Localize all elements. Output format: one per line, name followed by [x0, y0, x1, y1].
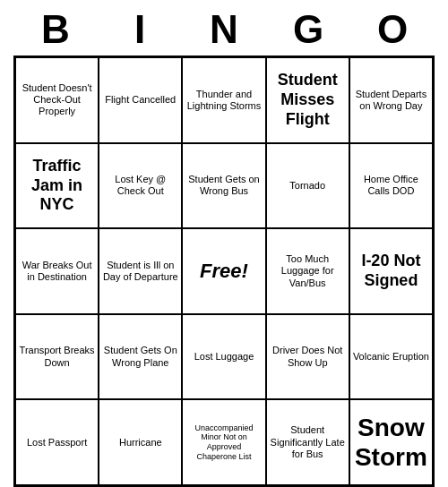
bingo-cell: Hurricane — [99, 399, 182, 485]
bingo-grid: Student Doesn't Check-Out ProperlyFlight… — [13, 56, 435, 487]
bingo-cell: War Breaks Out in Destination — [15, 228, 99, 314]
bingo-cell: Student is Ill on Day of Departure — [99, 228, 182, 314]
bingo-cell: Transport Breaks Down — [15, 314, 99, 400]
bingo-cell: Driver Does Not Show Up — [266, 314, 349, 400]
bingo-cell: Free! — [182, 228, 265, 314]
bingo-cell: Lost Key @ Check Out — [99, 143, 182, 229]
bingo-cell: Student Gets On Wrong Plane — [99, 314, 182, 400]
bingo-title: B I N G O — [13, 0, 435, 56]
bingo-cell: Student Doesn't Check-Out Properly — [15, 57, 99, 143]
bingo-cell: Student Misses Flight — [266, 57, 349, 143]
letter-i: I — [104, 7, 176, 52]
bingo-cell: I-20 Not Signed — [349, 228, 433, 314]
bingo-cell: Student Departs on Wrong Day — [349, 57, 433, 143]
bingo-cell: Student Gets on Wrong Bus — [182, 143, 265, 229]
bingo-cell: Too Much Luggage for Van/Bus — [266, 228, 349, 314]
letter-o: O — [357, 7, 428, 52]
letter-b: B — [20, 7, 91, 52]
bingo-cell: Volcanic Eruption — [349, 314, 433, 400]
bingo-cell: Thunder and Lightning Storms — [182, 57, 265, 143]
letter-g: G — [272, 7, 344, 52]
bingo-cell: Traffic Jam in NYC — [15, 143, 99, 229]
bingo-cell: Lost Luggage — [182, 314, 265, 400]
bingo-cell: Unaccompanied Minor Not on Approved Chap… — [182, 399, 265, 485]
bingo-cell: Home Office Calls DOD — [349, 143, 433, 229]
letter-n: N — [188, 7, 260, 52]
bingo-cell: Lost Passport — [15, 399, 99, 485]
bingo-cell: Snow Storm — [349, 399, 433, 485]
bingo-cell: Tornado — [266, 143, 349, 229]
bingo-cell: Flight Cancelled — [99, 57, 182, 143]
bingo-cell: Student Significantly Late for Bus — [266, 399, 349, 485]
